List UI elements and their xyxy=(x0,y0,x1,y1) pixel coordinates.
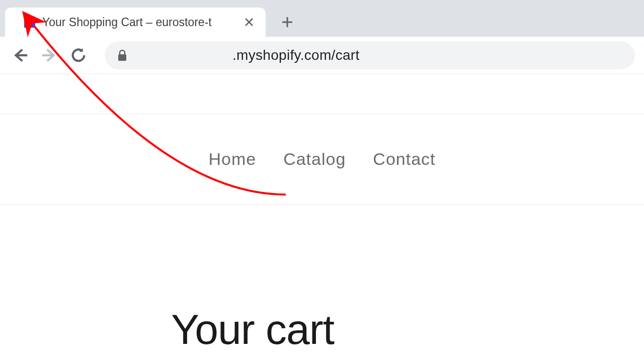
nav-link-contact[interactable]: Contact xyxy=(373,149,435,169)
svg-rect-6 xyxy=(118,54,126,61)
new-tab-button[interactable] xyxy=(275,10,300,35)
reload-button[interactable] xyxy=(67,44,90,66)
close-tab-button[interactable] xyxy=(243,16,256,29)
page-title: Your cart xyxy=(171,305,644,354)
site-navigation: Home Catalog Contact xyxy=(0,114,644,205)
page-content: Home Catalog Contact Your cart xyxy=(0,74,644,354)
browser-chrome: 2 Your Shopping Cart – eurostore-t xyxy=(0,0,644,74)
nav-link-catalog[interactable]: Catalog xyxy=(283,149,346,169)
nav-link-home[interactable]: Home xyxy=(208,149,256,169)
favicon-badge-icon: 2 xyxy=(24,17,35,28)
lock-icon xyxy=(117,50,128,61)
main-content: Your cart xyxy=(0,205,644,354)
tab-bar: 2 Your Shopping Cart – eurostore-t xyxy=(0,0,644,37)
address-bar-row: .myshopify.com/cart xyxy=(0,37,644,74)
browser-tab[interactable]: 2 Your Shopping Cart – eurostore-t xyxy=(5,8,266,37)
tab-title: Your Shopping Cart – eurostore-t xyxy=(42,16,238,29)
address-bar[interactable]: .myshopify.com/cart xyxy=(105,41,635,69)
forward-button[interactable] xyxy=(38,44,60,66)
favicon-badge-text: 2 xyxy=(28,18,32,27)
url-text: .myshopify.com/cart xyxy=(232,47,360,63)
header-spacer xyxy=(0,74,644,114)
back-button[interactable] xyxy=(9,44,31,66)
